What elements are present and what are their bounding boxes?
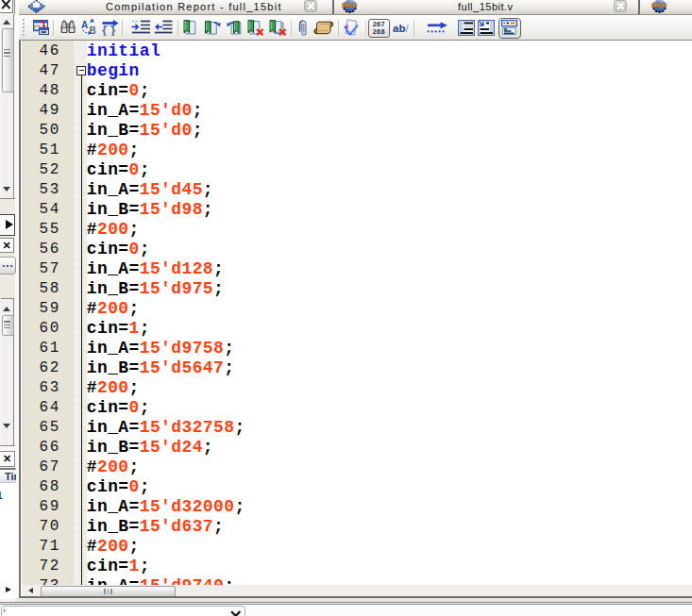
- svg-text:abc: abc: [651, 0, 667, 9]
- svg-text:abc: abc: [342, 0, 357, 9]
- svg-text:A: A: [81, 20, 88, 30]
